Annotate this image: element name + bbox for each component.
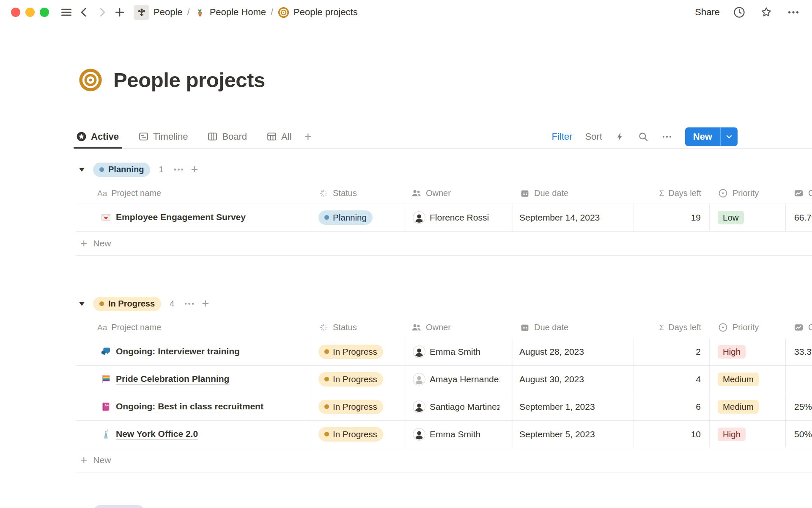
avatar — [413, 211, 425, 224]
column-days-left[interactable]: ΣDays left — [634, 318, 710, 338]
automation-button[interactable] — [615, 132, 625, 142]
project-name-link[interactable]: Employee Engagement Survey — [116, 212, 246, 223]
priority-cell[interactable]: Medium — [710, 393, 786, 420]
favorite-button[interactable] — [759, 5, 774, 20]
due-date-cell[interactable]: August 28, 2023 — [513, 338, 634, 365]
priority-pill[interactable]: High — [718, 428, 746, 441]
breadcrumb-label: People Home — [210, 7, 266, 18]
project-cell[interactable]: Employee Engagement Survey — [76, 204, 312, 231]
column-completion[interactable]: C — [786, 183, 812, 204]
owner-cell[interactable]: Florence Rossi — [404, 204, 513, 231]
breadcrumb-people-home[interactable]: People Home — [195, 7, 266, 18]
filter-button[interactable]: Filter — [552, 131, 573, 142]
project-name-link[interactable]: Ongoing: Interviewer training — [116, 346, 240, 357]
table-row[interactable]: New York Office 2.0 In Progress Emma Smi… — [76, 421, 812, 448]
group-more-button[interactable] — [167, 506, 178, 508]
table-row[interactable]: Employee Engagement Survey Planning Flor… — [76, 204, 812, 232]
column-days-left[interactable]: ΣDays left — [634, 183, 710, 204]
collapse-toggle-icon[interactable] — [79, 301, 85, 306]
project-name-link[interactable]: Pride Celebration Planning — [116, 374, 229, 385]
column-status[interactable]: Status — [312, 318, 404, 338]
column-project-name[interactable]: AaProject name — [76, 318, 312, 338]
back-button[interactable] — [77, 5, 92, 20]
column-status[interactable]: Status — [312, 183, 404, 204]
group-more-button[interactable] — [184, 298, 195, 309]
group-planning: Planning 1 + AaProject name Status Owner… — [76, 162, 812, 256]
tab-all[interactable]: All — [266, 125, 291, 148]
forward-button[interactable] — [94, 5, 110, 20]
new-record-button[interactable]: New — [685, 127, 738, 146]
project-cell[interactable]: Pride Celebration Planning — [76, 366, 312, 393]
new-record-label[interactable]: New — [685, 127, 720, 146]
new-row-button[interactable]: + New — [76, 448, 812, 472]
column-completion[interactable]: C — [786, 318, 812, 338]
priority-pill[interactable]: Medium — [718, 400, 759, 414]
owner-cell[interactable]: Emma Smith — [404, 338, 513, 365]
group-add-button[interactable]: + — [185, 506, 192, 508]
group-more-button[interactable] — [173, 164, 184, 175]
column-owner[interactable]: Owner — [404, 183, 513, 204]
project-cell[interactable]: A+ Ongoing: Best in class recruitment — [76, 393, 312, 420]
group-add-button[interactable]: + — [202, 298, 209, 310]
owner-cell[interactable]: Amaya Hernandez — [404, 366, 513, 393]
table-row[interactable]: A+ Ongoing: Best in class recruitment In… — [76, 393, 812, 421]
priority-cell[interactable]: High — [710, 338, 786, 365]
project-cell[interactable]: New York Office 2.0 — [76, 421, 312, 448]
project-cell[interactable]: Ongoing: Interviewer training — [76, 338, 312, 365]
due-date-cell[interactable]: September 1, 2023 — [513, 393, 634, 420]
group-status-pill[interactable]: Paused — [93, 505, 145, 508]
priority-pill[interactable]: Medium — [718, 373, 759, 386]
collapse-toggle-icon[interactable] — [79, 167, 85, 172]
column-due-date[interactable]: Due date — [513, 183, 634, 204]
group-status-pill[interactable]: In Progress — [93, 297, 161, 311]
new-tab-button[interactable] — [112, 5, 127, 20]
priority-cell[interactable]: High — [710, 421, 786, 448]
updates-button[interactable] — [732, 5, 747, 20]
status-cell[interactable]: In Progress — [312, 338, 404, 365]
new-record-dropdown[interactable] — [720, 127, 738, 146]
priority-pill[interactable]: High — [718, 345, 746, 359]
search-button[interactable] — [638, 131, 649, 142]
column-due-date[interactable]: Due date — [513, 318, 634, 338]
add-view-button[interactable]: + — [304, 130, 312, 143]
table-row[interactable]: Ongoing: Interviewer training In Progres… — [76, 338, 812, 366]
due-date-cell[interactable]: September 14, 2023 — [513, 204, 634, 231]
status-cell[interactable]: In Progress — [312, 421, 404, 448]
tab-board[interactable]: Board — [207, 125, 247, 148]
view-more-button[interactable] — [661, 131, 672, 142]
tab-timeline[interactable]: Timeline — [138, 125, 188, 148]
share-button[interactable]: Share — [695, 7, 720, 18]
column-project-name[interactable]: AaProject name — [76, 183, 312, 204]
column-priority[interactable]: Priority — [710, 183, 786, 204]
more-options-button[interactable] — [786, 5, 801, 20]
owner-cell[interactable]: Emma Smith — [404, 421, 513, 448]
column-owner[interactable]: Owner — [404, 318, 513, 338]
breadcrumb-people-projects[interactable]: People projects — [278, 7, 358, 18]
breadcrumb-workspace[interactable]: People — [134, 5, 183, 20]
status-cell[interactable]: In Progress — [312, 393, 404, 420]
sort-button[interactable]: Sort — [585, 131, 602, 142]
sidebar-menu-button[interactable] — [59, 5, 74, 20]
close-button[interactable] — [11, 8, 20, 17]
status-cell[interactable]: In Progress — [312, 366, 404, 393]
priority-cell[interactable]: Medium — [710, 366, 786, 393]
tab-active[interactable]: Active — [76, 125, 119, 148]
priority-cell[interactable]: Low — [710, 204, 786, 231]
column-priority[interactable]: Priority — [710, 318, 786, 338]
priority-pill[interactable]: Low — [718, 211, 744, 224]
new-row-button[interactable]: + New — [76, 232, 812, 256]
group-status-pill[interactable]: Planning — [93, 163, 150, 177]
zoom-button[interactable] — [40, 8, 49, 17]
project-name-link[interactable]: New York Office 2.0 — [116, 429, 198, 440]
group-add-button[interactable]: + — [191, 163, 198, 176]
minimize-button[interactable] — [25, 8, 35, 17]
due-date-cell[interactable]: August 30, 2023 — [513, 366, 634, 393]
project-name-link[interactable]: Ongoing: Best in class recruitment — [116, 401, 263, 412]
status-dot — [99, 301, 104, 306]
star-outline-icon — [760, 6, 773, 19]
owner-cell[interactable]: Santiago Martinez — [404, 393, 513, 420]
table-row[interactable]: Pride Celebration Planning In Progress A… — [76, 366, 812, 393]
page-bullseye-icon[interactable] — [79, 68, 102, 92]
status-cell[interactable]: Planning — [312, 204, 404, 231]
due-date-cell[interactable]: September 5, 2023 — [513, 421, 634, 448]
